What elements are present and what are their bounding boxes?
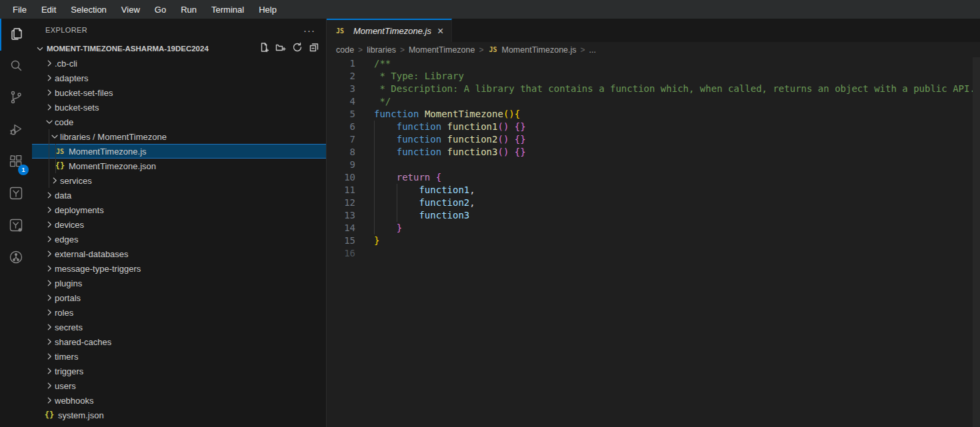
workspace-root-folder[interactable]: MOMENT-TIMEZONE-ASHARMA-19DEC2024 [32, 41, 326, 56]
tree-item-portals[interactable]: portals [32, 290, 326, 305]
y-logo-dot-icon [8, 217, 24, 236]
code-line-8[interactable]: 8 function function3() {} [327, 146, 980, 159]
y-logo-icon [8, 185, 24, 204]
line-number[interactable]: 9 [327, 159, 355, 171]
tree-item-system-json[interactable]: {}system.json [32, 408, 326, 422]
line-number[interactable]: 11 [327, 184, 355, 197]
tree-item-label: users [55, 381, 76, 391]
tree-item-momenttimezone-js[interactable]: JSMomentTimezone.js [32, 144, 326, 159]
tree-item-code[interactable]: code [32, 115, 326, 129]
tree-item-libraries-momenttimezone[interactable]: libraries / MomentTimezone [32, 129, 326, 144]
breadcrumb-item--[interactable]: ... [589, 45, 596, 55]
activity-search[interactable] [0, 51, 32, 83]
activity-run-and-debug[interactable] [0, 115, 32, 147]
tree-item-users[interactable]: users [32, 378, 326, 393]
line-number[interactable]: 8 [327, 146, 355, 159]
tree-item-bucket-set-files[interactable]: bucket-set-files [32, 85, 326, 100]
refresh-button[interactable] [291, 42, 304, 55]
code-line-5[interactable]: 5function MomentTimezone(){ [327, 108, 980, 121]
menu-edit[interactable]: Edit [34, 0, 63, 19]
tree-item-plugins[interactable]: plugins [32, 276, 326, 290]
line-number[interactable]: 3 [327, 83, 355, 95]
line-number[interactable]: 12 [327, 197, 355, 209]
code-line-11[interactable]: 11 function1, [327, 184, 980, 197]
chevron-right-icon [44, 322, 55, 332]
activity-source-control[interactable] [0, 83, 32, 115]
code-editor[interactable]: 1/**2 * Type: Library3 * Description: A … [327, 57, 980, 427]
tree-item-deployments[interactable]: deployments [32, 203, 326, 217]
tree-item-label: MomentTimezone.js [69, 147, 147, 157]
line-number[interactable]: 1 [327, 57, 355, 70]
line-number[interactable]: 15 [327, 234, 355, 247]
tree-item-services[interactable]: services [32, 173, 326, 188]
code-line-15[interactable]: 15} [327, 234, 980, 247]
code-line-14[interactable]: 14 } [327, 222, 980, 234]
new-file-button[interactable] [257, 42, 271, 55]
tree-item-roles[interactable]: roles [32, 305, 326, 320]
menu-selection[interactable]: Selection [63, 0, 113, 19]
more-actions-icon[interactable]: ··· [303, 25, 315, 36]
tree-item-message-type-triggers[interactable]: message-type-triggers [32, 261, 326, 276]
tree-item-momenttimezone-json[interactable]: {}MomentTimezone.json [32, 159, 326, 173]
tree-item-adapters[interactable]: adapters [32, 71, 326, 85]
code-line-3[interactable]: 3 * Description: A library that contains… [327, 83, 980, 95]
menu-run[interactable]: Run [173, 0, 204, 19]
breadcrumb-item-momenttimezone-js[interactable]: JSMomentTimezone.js [488, 45, 577, 55]
tree-item-edges[interactable]: edges [32, 232, 326, 246]
tree-item-timers[interactable]: timers [32, 349, 326, 364]
activity-extensions[interactable]: 1 [0, 147, 32, 179]
tree-item-label: code [55, 117, 73, 127]
line-number[interactable]: 16 [327, 247, 355, 260]
breadcrumb-item-libraries[interactable]: libraries [367, 45, 396, 55]
code-line-4[interactable]: 4 */ [327, 95, 980, 108]
line-number[interactable]: 10 [327, 171, 355, 184]
code-line-1[interactable]: 1/** [327, 57, 980, 70]
menu-help[interactable]: Help [251, 0, 284, 19]
code-line-text: function2, [355, 197, 475, 209]
activity-custom-extension-3[interactable] [0, 242, 32, 274]
tree-item-devices[interactable]: devices [32, 217, 326, 232]
breadcrumb-label: code [336, 45, 354, 55]
line-number[interactable]: 7 [327, 133, 355, 146]
activity-custom-extension-1[interactable] [0, 179, 32, 211]
tree-item-data[interactable]: data [32, 188, 326, 203]
tree-item-secrets[interactable]: secrets [32, 320, 326, 334]
code-line-13[interactable]: 13 function3 [327, 209, 980, 222]
code-line-12[interactable]: 12 function2, [327, 197, 980, 209]
code-line-9[interactable]: 9 [327, 159, 980, 171]
tree-item-external-databases[interactable]: external-databases [32, 246, 326, 261]
tree-item-triggers[interactable]: triggers [32, 364, 326, 378]
indent-guide [397, 184, 397, 222]
breadcrumb-item-momenttimezone[interactable]: MomentTimezone [409, 45, 475, 55]
menu-file[interactable]: File [5, 0, 34, 19]
tree-item--cb-cli[interactable]: .cb-cli [32, 56, 326, 71]
code-line-10[interactable]: 10 return { [327, 171, 980, 184]
code-line-2[interactable]: 2 * Type: Library [327, 70, 980, 83]
activity-explorer[interactable] [0, 19, 32, 51]
menu-view[interactable]: View [114, 0, 147, 19]
line-number[interactable]: 13 [327, 209, 355, 222]
line-number[interactable]: 4 [327, 95, 355, 108]
new-folder-button[interactable] [274, 42, 287, 55]
close-icon[interactable]: × [436, 26, 445, 37]
code-line-16[interactable]: 16 [327, 247, 980, 260]
editor-scrollbar[interactable] [973, 57, 980, 427]
tree-item-bucket-sets[interactable]: bucket-sets [32, 100, 326, 115]
tree-item-label: system.json [58, 410, 104, 420]
breadcrumb-item-code[interactable]: code [336, 45, 354, 55]
collapse-all-button[interactable] [307, 42, 321, 55]
tree-item-shared-caches[interactable]: shared-caches [32, 334, 326, 349]
tree-item-webhooks[interactable]: webhooks [32, 393, 326, 408]
line-number[interactable]: 14 [327, 222, 355, 234]
chevron-down-icon [35, 43, 45, 54]
code-line-6[interactable]: 6 function function1() {} [327, 121, 980, 133]
code-line-7[interactable]: 7 function function2() {} [327, 133, 980, 146]
activity-custom-extension-2[interactable] [0, 211, 32, 242]
menu-go[interactable]: Go [147, 0, 173, 19]
line-number[interactable]: 5 [327, 108, 355, 121]
tab-momenttimezone-js[interactable]: JS MomentTimezone.js × [327, 19, 452, 42]
workbench: 1 EXPLORER ··· MOMENT-TIMEZONE-ASHARMA-1… [0, 19, 980, 427]
line-number[interactable]: 2 [327, 70, 355, 83]
menu-terminal[interactable]: Terminal [204, 0, 251, 19]
line-number[interactable]: 6 [327, 121, 355, 133]
